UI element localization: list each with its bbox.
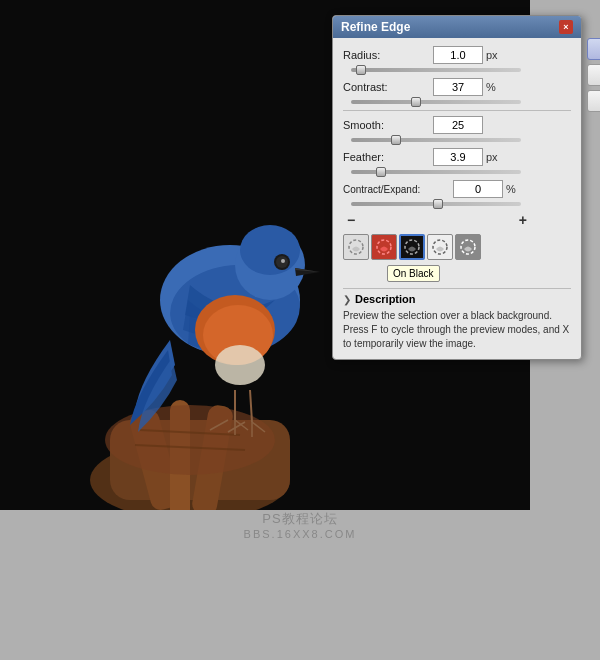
separator-1 xyxy=(343,110,571,111)
description-text: Preview the selection over a black backg… xyxy=(343,309,571,351)
radius-slider-container xyxy=(343,68,571,72)
contract-row: Contract/Expand: % xyxy=(343,180,571,198)
radius-row: Radius: px xyxy=(343,46,571,64)
description-section: ❯ Description Preview the selection over… xyxy=(343,288,571,351)
watermark-line1: PS教程论坛 xyxy=(244,510,357,528)
radius-slider-thumb[interactable] xyxy=(356,65,366,75)
on-black-tooltip: On Black xyxy=(387,265,440,282)
dialog-titlebar: Refine Edge × xyxy=(333,16,581,38)
feather-slider-track xyxy=(351,170,521,174)
preview-icon-red-overlay[interactable] xyxy=(371,234,397,260)
contrast-slider-thumb[interactable] xyxy=(411,97,421,107)
feather-slider-thumb[interactable] xyxy=(376,167,386,177)
feather-unit: px xyxy=(486,151,504,163)
default-button[interactable]: Default xyxy=(587,90,600,112)
plus-minus-row: − + xyxy=(347,212,527,228)
watermark: PS教程论坛 BBS.16XX8.COM xyxy=(244,510,357,540)
cancel-button[interactable]: Cancel xyxy=(587,64,600,86)
description-section-label: Description xyxy=(355,293,416,305)
contrast-slider-container xyxy=(343,100,571,104)
dialog-body: OK Cancel Default Preview 🔍 ✋ Radius: px xyxy=(333,38,581,359)
preview-icons-row: On Black xyxy=(343,234,571,260)
radius-input[interactable] xyxy=(433,46,483,64)
smooth-slider-track xyxy=(351,138,521,142)
refine-edge-dialog: Refine Edge × OK Cancel Default Preview … xyxy=(332,15,582,360)
plus-label: + xyxy=(519,212,527,228)
contract-slider-container xyxy=(343,202,571,206)
smooth-label: Smooth: xyxy=(343,119,433,131)
minus-label: − xyxy=(347,212,355,228)
svg-point-6 xyxy=(105,405,275,475)
contract-unit: % xyxy=(506,183,524,195)
contract-input[interactable] xyxy=(453,180,503,198)
dialog-close-button[interactable]: × xyxy=(559,20,573,34)
preview-icon-marching-ants[interactable] xyxy=(343,234,369,260)
contrast-unit: % xyxy=(486,81,504,93)
feather-input[interactable] xyxy=(433,148,483,166)
svg-point-18 xyxy=(281,259,285,263)
contract-label: Contract/Expand: xyxy=(343,184,453,195)
smooth-slider-thumb[interactable] xyxy=(391,135,401,145)
radius-label: Radius: xyxy=(343,49,433,61)
contrast-label: Contrast: xyxy=(343,81,433,93)
radius-slider-track xyxy=(351,68,521,72)
contrast-row: Contrast: % xyxy=(343,78,571,96)
feather-row: Feather: px xyxy=(343,148,571,166)
radius-unit: px xyxy=(486,49,504,61)
ok-button[interactable]: OK xyxy=(587,38,600,60)
smooth-slider-container xyxy=(343,138,571,142)
watermark-line2: BBS.16XX8.COM xyxy=(244,528,357,540)
dialog-title: Refine Edge xyxy=(341,20,410,34)
feather-slider-container xyxy=(343,170,571,174)
contract-slider-track xyxy=(351,202,521,206)
svg-point-13 xyxy=(215,345,265,385)
contract-slider-thumb[interactable] xyxy=(433,199,443,209)
smooth-row: Smooth: xyxy=(343,116,571,134)
description-header-row: ❯ Description xyxy=(343,288,571,305)
preview-icon-on-white[interactable] xyxy=(427,234,453,260)
chevron-icon: ❯ xyxy=(343,294,351,305)
contrast-input[interactable] xyxy=(433,78,483,96)
preview-icon-on-black[interactable] xyxy=(399,234,425,260)
smooth-input[interactable] xyxy=(433,116,483,134)
svg-point-15 xyxy=(240,225,300,275)
contrast-slider-track xyxy=(351,100,521,104)
feather-label: Feather: xyxy=(343,151,433,163)
preview-icon-reveal-layer[interactable] xyxy=(455,234,481,260)
